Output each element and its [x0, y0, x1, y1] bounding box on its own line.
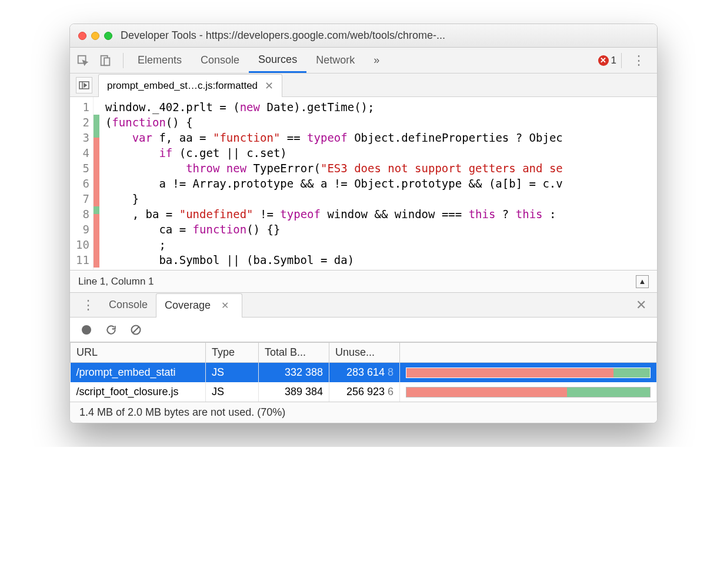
tab-sources[interactable]: Sources [249, 48, 306, 73]
drawer-tab-label: Coverage [165, 299, 211, 312]
cell-unused: 283 614 8 [329, 363, 400, 383]
record-button[interactable] [79, 323, 94, 337]
cell-total: 332 388 [259, 363, 329, 383]
cell-type: JS [206, 382, 259, 402]
cell-url: /prompt_embed_stati [71, 363, 206, 383]
cell-unused: 256 923 6 [329, 382, 400, 402]
cell-bar [400, 382, 657, 402]
coverage-row[interactable]: /script_foot_closure.jsJS389 384256 923 … [71, 382, 657, 402]
file-tabs-row: prompt_embed_st…c.js:formatted ✕ [70, 74, 657, 97]
error-count-badge[interactable]: ✕ 1 [598, 55, 616, 66]
svg-rect-2 [104, 58, 109, 65]
cursor-position: Line 1, Column 1 [78, 276, 154, 288]
tab-elements[interactable]: Elements [128, 48, 191, 73]
code-line[interactable]: var f, aa = "function" == typeof Object.… [105, 130, 563, 145]
coverage-summary: 1.4 MB of 2.0 MB bytes are not used. (70… [70, 402, 657, 423]
devtools-window: Developer Tools - https://developers.goo… [69, 24, 658, 423]
close-window-button[interactable] [78, 32, 86, 40]
col-bar[interactable] [400, 343, 657, 363]
cell-url: /script_foot_closure.js [71, 382, 206, 402]
file-tab[interactable]: prompt_embed_st…c.js:formatted ✕ [98, 74, 282, 97]
close-file-tab-icon[interactable]: ✕ [265, 79, 274, 92]
line-number: 7 [76, 191, 89, 206]
drawer-tab-coverage[interactable]: Coverage ✕ [156, 293, 242, 318]
device-toolbar-icon[interactable] [98, 54, 112, 68]
coverage-marker [94, 130, 99, 145]
code-line[interactable]: } [105, 191, 563, 206]
window-title: Developer Tools - https://developers.goo… [121, 29, 445, 42]
zoom-window-button[interactable] [104, 32, 112, 40]
file-tab-label: prompt_embed_st…c.js:formatted [107, 80, 258, 92]
line-number: 6 [76, 176, 89, 191]
code-line[interactable]: ; [105, 237, 563, 252]
code-text[interactable]: window._402.prlt = (new Date).getTime();… [99, 97, 563, 270]
separator [621, 53, 622, 68]
coverage-marker [94, 252, 99, 268]
coverage-gutter [94, 97, 99, 270]
coverage-row[interactable]: /prompt_embed_statiJS332 388283 614 8 [71, 363, 657, 383]
code-line[interactable]: throw new TypeError("ES3 does not suppor… [105, 161, 563, 176]
coverage-marker [94, 176, 99, 191]
code-line[interactable]: , ba = "undefined" != typeof window && w… [105, 206, 563, 222]
tab-network[interactable]: Network [306, 48, 364, 73]
titlebar: Developer Tools - https://developers.goo… [70, 24, 657, 48]
separator [123, 53, 124, 68]
coverage-summary-text: 1.4 MB of 2.0 MB bytes are not used. (70… [79, 406, 285, 419]
coverage-marker [94, 206, 99, 222]
tabs-overflow-button[interactable]: » [364, 48, 389, 73]
line-number: 2 [76, 115, 89, 130]
code-line[interactable]: ca = function() {} [105, 222, 563, 237]
error-count: 1 [611, 55, 616, 66]
line-number: 10 [76, 237, 89, 252]
close-drawer-icon[interactable]: ✕ [631, 298, 651, 313]
coverage-marker [94, 99, 99, 115]
code-line[interactable]: a != Array.prototype && a != Object.prot… [105, 176, 563, 191]
close-drawer-tab-icon[interactable]: ✕ [216, 300, 234, 311]
coverage-table: URL Type Total B... Unuse... /prompt_emb… [70, 342, 657, 402]
main-tabbar: Elements Console Sources Network » ✕ 1 ⋮ [70, 48, 657, 74]
minimize-window-button[interactable] [91, 32, 99, 40]
line-number: 9 [76, 222, 89, 237]
coverage-marker [94, 161, 99, 176]
show-navigator-button[interactable] [76, 77, 92, 93]
traffic-lights [78, 32, 112, 40]
svg-line-7 [133, 327, 139, 333]
svg-point-5 [82, 325, 91, 335]
code-line[interactable]: if (c.get || c.set) [105, 145, 563, 161]
line-number: 5 [76, 161, 89, 176]
line-number: 4 [76, 145, 89, 161]
coverage-marker [94, 191, 99, 206]
code-editor[interactable]: 1234567891011 window._402.prlt = (new Da… [70, 97, 657, 270]
coverage-marker [94, 222, 99, 237]
drawer-tab-console[interactable]: Console [101, 293, 156, 317]
line-number: 1 [76, 99, 89, 115]
error-icon: ✕ [598, 55, 609, 66]
col-unused[interactable]: Unuse... [329, 343, 400, 363]
show-drawer-button: ▲ [636, 275, 649, 288]
coverage-marker [94, 237, 99, 252]
line-numbers-gutter: 1234567891011 [70, 97, 94, 270]
line-number: 11 [76, 252, 89, 268]
more-options-icon[interactable]: ⋮ [626, 53, 651, 68]
coverage-toolbar [70, 318, 657, 342]
clear-button[interactable] [129, 323, 143, 337]
drawer-tabbar: ⋮ Console Coverage ✕ ✕ [70, 293, 657, 318]
code-line[interactable]: ba.Symbol || (ba.Symbol = da) [105, 252, 563, 268]
coverage-marker [94, 145, 99, 161]
cell-total: 389 384 [259, 382, 329, 402]
editor-statusbar: Line 1, Column 1 ▲ [70, 270, 657, 293]
inspect-element-icon[interactable] [76, 54, 90, 68]
code-line[interactable]: window._402.prlt = (new Date).getTime(); [105, 99, 563, 115]
tab-console[interactable]: Console [191, 48, 249, 73]
reload-button[interactable] [104, 323, 118, 337]
drawer-more-icon[interactable]: ⋮ [76, 298, 101, 313]
col-url[interactable]: URL [71, 343, 206, 363]
cell-type: JS [206, 363, 259, 383]
col-total[interactable]: Total B... [259, 343, 329, 363]
coverage-marker [94, 115, 99, 130]
line-number: 3 [76, 130, 89, 145]
col-type[interactable]: Type [206, 343, 259, 363]
code-line[interactable]: (function() { [105, 115, 563, 130]
line-number: 8 [76, 206, 89, 222]
cell-bar [400, 363, 657, 383]
